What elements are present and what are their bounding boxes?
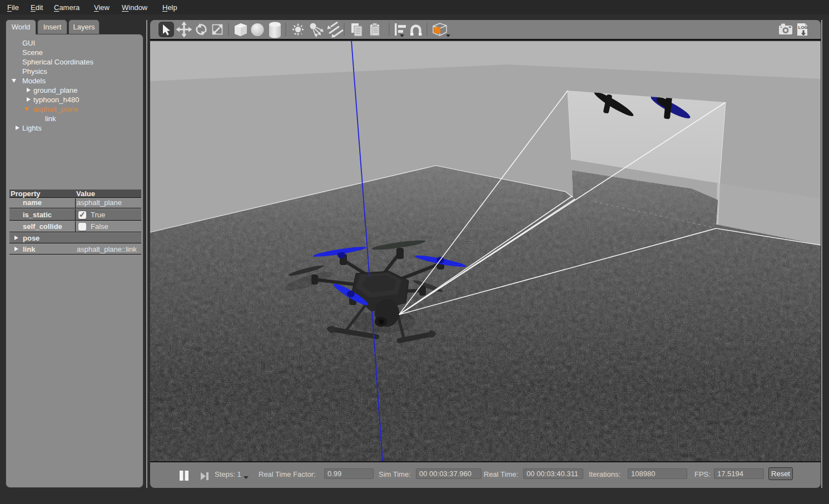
svg-text:LOG: LOG — [798, 25, 808, 30]
